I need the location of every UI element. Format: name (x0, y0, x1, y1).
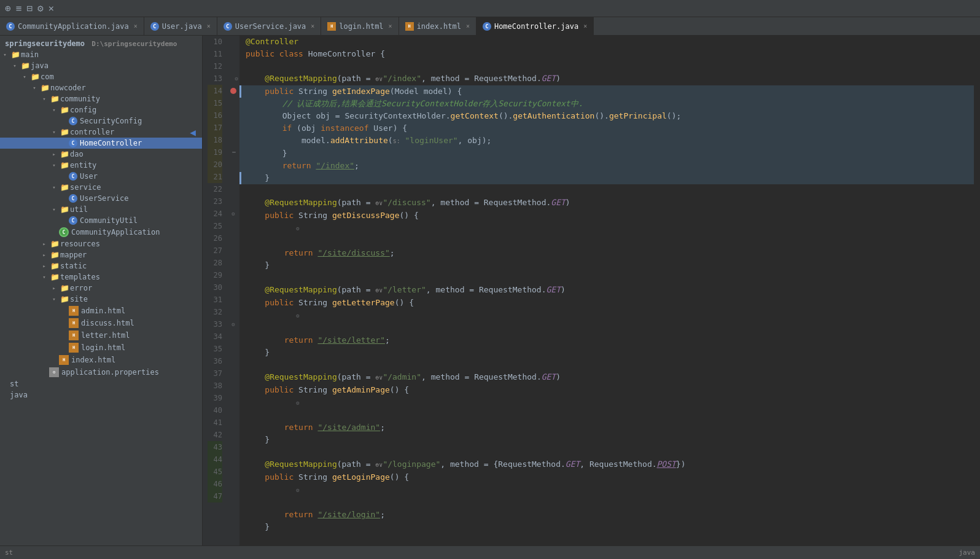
java-app-icon: C (59, 227, 69, 237)
folder-icon: 📁 (59, 284, 70, 292)
sidebar-item-securityconfig[interactable]: C SecurityConfig (0, 115, 202, 127)
code-content[interactable]: @Controller public class HomeController … (239, 36, 980, 545)
html-icon: H (327, 22, 336, 31)
sidebar-item-mapper[interactable]: ▸ 📁 mapper (0, 249, 202, 260)
fold-icon[interactable]: ⚙ (231, 211, 235, 217)
tab-close-icon[interactable]: × (389, 23, 392, 29)
sidebar-item-userservice[interactable]: C UserService (0, 193, 202, 204)
java-class-icon: C (69, 117, 77, 125)
tab-close-icon[interactable]: × (207, 23, 211, 29)
expand-arrow: ▾ (49, 184, 59, 190)
sidebar-item-util[interactable]: ▾ 📁 util (0, 204, 202, 215)
sidebar-item-templates[interactable]: ▾ 📁 templates (0, 272, 202, 283)
sidebar-item-entity[interactable]: ▾ 📁 entity (0, 160, 202, 171)
expand-arrow: ▾ (0, 52, 10, 58)
sidebar-item-communityapplication[interactable]: C CommunityApplication (0, 226, 202, 238)
breakpoint[interactable] (230, 88, 236, 94)
toolbar-settings-icon[interactable]: ⚙ (37, 2, 44, 14)
code-line: return "/site/discuss"; (246, 247, 974, 259)
project-tree: springsecuritydemo D:\springsecuritydemo… (0, 36, 203, 545)
sidebar-item-application-properties[interactable]: ⚙ application.properties (0, 366, 202, 378)
java-class-icon: C (69, 172, 77, 181)
fold-icon[interactable]: ⚙ (235, 76, 238, 82)
code-line (246, 272, 974, 284)
code-line: public String getIndexPage(Model model) … (239, 85, 974, 98)
fold-close-icon[interactable]: ━ (232, 149, 235, 155)
folder-icon: 📁 (59, 183, 70, 192)
folder-icon: 📁 (59, 205, 70, 214)
status-right: java (959, 549, 976, 557)
tab-index-html[interactable]: H index.html × (399, 17, 476, 35)
toolbar-compass-icon[interactable]: ⊕ (5, 2, 11, 14)
code-line (246, 184, 974, 197)
folder-icon: 📁 (49, 95, 60, 103)
java-icon: C (224, 22, 232, 31)
html-file-icon: H (69, 330, 79, 340)
sidebar-item-user[interactable]: C User (0, 171, 202, 182)
sidebar-item-java[interactable]: ▾ 📁 java (0, 60, 202, 71)
expand-arrow: ▾ (49, 162, 59, 168)
sidebar-item-dao[interactable]: ▸ 📁 dao (0, 149, 202, 160)
tab-close-icon[interactable]: × (466, 23, 470, 29)
folder-icon: 📁 (29, 72, 41, 81)
sidebar-item-discuss-html[interactable]: H discuss.html (0, 317, 202, 329)
toolbar-close-icon[interactable]: × (49, 2, 55, 14)
project-title: springsecuritydemo D:\springsecuritydemo (0, 36, 202, 49)
tab-communityapplication[interactable]: C CommunityApplication.java × (0, 17, 144, 35)
sidebar-item-error[interactable]: ▸ 📁 error (0, 283, 202, 294)
sidebar-item-communityutil[interactable]: C CommunityUtil (0, 215, 202, 226)
sidebar-item-login-html[interactable]: H login.html (0, 342, 202, 354)
code-line: @RequestMapping(path = ⊕∨"/discuss", met… (246, 197, 974, 209)
sidebar-item-resources[interactable]: ▸ 📁 resources (0, 238, 202, 249)
sidebar-item-static[interactable]: ▸ 📁 static (0, 260, 202, 272)
expand-arrow: ▸ (49, 151, 59, 157)
code-line: return "/site/login"; (246, 509, 974, 521)
code-line: @RequestMapping(path = ⊕∨"/index", metho… (246, 72, 974, 85)
main-layout: springsecuritydemo D:\springsecuritydemo… (0, 36, 980, 545)
tab-bar: C CommunityApplication.java × C User.jav… (0, 17, 980, 36)
tab-label: HomeController.java (494, 22, 578, 31)
tab-close-icon[interactable]: × (134, 23, 138, 29)
sidebar-item-main[interactable]: ▾ 📁 main (0, 49, 202, 60)
code-line: public String getAdminPage() { ⚙ (246, 384, 974, 421)
html-file-icon: H (59, 355, 69, 365)
code-line: Object obj = SecurityContextHolder.getCo… (239, 110, 974, 122)
sidebar-item-st[interactable]: st (0, 378, 202, 389)
ide-toolbar: ⊕ ≡ ⊟ ⚙ × (0, 0, 980, 17)
fold-icon[interactable]: ⚙ (231, 321, 235, 327)
tab-homecontroller[interactable]: C HomeController.java × (476, 17, 594, 35)
tab-label: UserService.java (235, 22, 306, 31)
sidebar-item-index-html[interactable]: H index.html (0, 354, 202, 366)
folder-icon: 📁 (39, 84, 50, 92)
expand-arrow: ▾ (49, 206, 59, 213)
sidebar-item-com[interactable]: ▾ 📁 com (0, 71, 202, 82)
html-file-icon: H (69, 306, 79, 316)
code-line: } (239, 147, 974, 160)
folder-icon: 📁 (49, 240, 60, 248)
sidebar-item-homecontroller[interactable]: C HomeController (0, 138, 202, 149)
sidebar-item-controller[interactable]: ▾ 📁 controller ◀ (0, 127, 202, 138)
sidebar-item-site[interactable]: ▾ 📁 site (0, 294, 202, 305)
toolbar-split-icon[interactable]: ⊟ (26, 2, 33, 14)
code-line: public String getDiscussPage() { ⚙ (246, 209, 974, 247)
tab-user[interactable]: C User.java × (144, 17, 217, 35)
java-class-icon: C (69, 194, 77, 203)
sidebar-item-config[interactable]: ▾ 📁 config (0, 104, 202, 115)
sidebar-item-service[interactable]: ▾ 📁 service (0, 182, 202, 193)
code-editor[interactable]: 10 11 12 13 14 15 16 17 18 19 20 21 22 2… (203, 36, 980, 545)
tab-close-icon[interactable]: × (311, 23, 314, 29)
line-numbers: 10 11 12 13 14 15 16 17 18 19 20 21 22 2… (203, 36, 227, 545)
sidebar-item-java-bottom[interactable]: java (0, 389, 202, 401)
sidebar-item-letter-html[interactable]: H letter.html (0, 329, 202, 342)
sidebar-item-community[interactable]: ▾ 📁 community (0, 93, 202, 104)
code-line: } (246, 259, 974, 272)
tab-close-icon[interactable]: × (583, 23, 587, 29)
code-line (246, 533, 974, 545)
sidebar-item-admin-html[interactable]: H admin.html (0, 305, 202, 317)
toolbar-list-icon[interactable]: ≡ (16, 2, 22, 14)
tab-userservice[interactable]: C UserService.java × (217, 17, 322, 35)
sidebar-item-nowcoder[interactable]: ▾ 📁 nowcoder (0, 82, 202, 93)
tab-login-html[interactable]: H login.html × (321, 17, 399, 35)
gutter: ⚙ ━ ⚙ (227, 36, 239, 545)
code-line: } (246, 521, 974, 533)
